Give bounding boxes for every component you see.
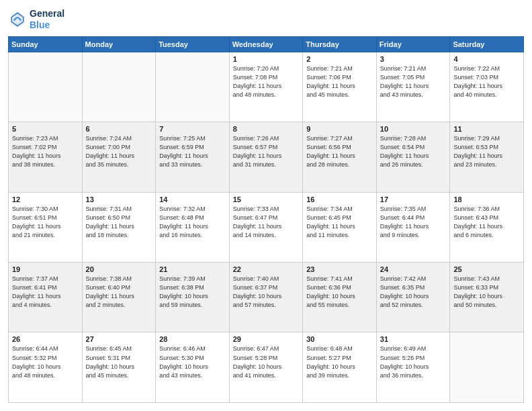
day-number: 28 — [159, 335, 226, 343]
calendar-cell — [9, 52, 83, 122]
day-number: 16 — [306, 195, 373, 203]
calendar-cell: 7Sunrise: 7:25 AM Sunset: 6:59 PM Daylig… — [156, 122, 230, 192]
calendar-cell: 19Sunrise: 7:37 AM Sunset: 6:41 PM Dayli… — [9, 263, 83, 332]
day-info: Sunrise: 7:24 AM Sunset: 7:00 PM Dayligh… — [86, 134, 152, 169]
calendar-week-row: 19Sunrise: 7:37 AM Sunset: 6:41 PM Dayli… — [9, 263, 524, 332]
day-number: 12 — [12, 195, 79, 203]
day-number: 2 — [306, 55, 373, 63]
day-info: Sunrise: 7:38 AM Sunset: 6:40 PM Dayligh… — [86, 275, 152, 310]
logo: General Blue — [8, 8, 64, 31]
day-info: Sunrise: 7:40 AM Sunset: 6:37 PM Dayligh… — [233, 275, 300, 310]
day-number: 7 — [159, 125, 226, 133]
calendar-cell: 12Sunrise: 7:30 AM Sunset: 6:51 PM Dayli… — [9, 192, 83, 262]
day-number: 22 — [233, 265, 300, 273]
day-number: 11 — [453, 125, 520, 133]
calendar-cell: 15Sunrise: 7:33 AM Sunset: 6:47 PM Dayli… — [229, 192, 303, 262]
weekday-header-row: SundayMondayTuesdayWednesdayThursdayFrid… — [9, 36, 524, 52]
weekday-header-wednesday: Wednesday — [229, 36, 303, 52]
day-number: 24 — [380, 265, 447, 273]
day-number: 1 — [233, 55, 300, 63]
day-number: 26 — [12, 335, 79, 343]
day-number: 21 — [159, 265, 226, 273]
day-number: 17 — [380, 195, 447, 203]
calendar-cell: 20Sunrise: 7:38 AM Sunset: 6:40 PM Dayli… — [82, 263, 156, 332]
calendar-table: SundayMondayTuesdayWednesdayThursdayFrid… — [8, 36, 524, 403]
calendar-cell — [156, 52, 230, 122]
day-number: 20 — [86, 265, 152, 273]
calendar-cell: 25Sunrise: 7:43 AM Sunset: 6:33 PM Dayli… — [450, 263, 524, 332]
day-info: Sunrise: 7:37 AM Sunset: 6:41 PM Dayligh… — [12, 275, 79, 310]
day-number: 29 — [233, 335, 300, 343]
day-info: Sunrise: 7:42 AM Sunset: 6:35 PM Dayligh… — [380, 275, 447, 310]
weekday-header-thursday: Thursday — [303, 36, 377, 52]
day-info: Sunrise: 7:33 AM Sunset: 6:47 PM Dayligh… — [233, 205, 300, 240]
calendar-cell: 26Sunrise: 6:44 AM Sunset: 5:32 PM Dayli… — [9, 332, 83, 403]
day-number: 31 — [380, 335, 447, 343]
day-number: 4 — [453, 55, 520, 63]
svg-marker-0 — [11, 11, 25, 28]
day-number: 18 — [453, 195, 520, 203]
day-info: Sunrise: 7:21 AM Sunset: 7:05 PM Dayligh… — [380, 64, 447, 99]
day-info: Sunrise: 7:20 AM Sunset: 7:08 PM Dayligh… — [233, 64, 300, 99]
calendar-cell: 17Sunrise: 7:35 AM Sunset: 6:44 PM Dayli… — [376, 192, 450, 262]
weekday-header-tuesday: Tuesday — [156, 36, 230, 52]
calendar-week-row: 5Sunrise: 7:23 AM Sunset: 7:02 PM Daylig… — [9, 122, 524, 192]
day-info: Sunrise: 7:39 AM Sunset: 6:38 PM Dayligh… — [159, 275, 226, 310]
calendar-cell: 1Sunrise: 7:20 AM Sunset: 7:08 PM Daylig… — [229, 52, 303, 122]
day-info: Sunrise: 6:44 AM Sunset: 5:32 PM Dayligh… — [12, 345, 79, 379]
day-number: 5 — [12, 125, 79, 133]
day-info: Sunrise: 7:32 AM Sunset: 6:48 PM Dayligh… — [159, 205, 226, 240]
header: General Blue — [8, 8, 524, 31]
day-info: Sunrise: 7:26 AM Sunset: 6:57 PM Dayligh… — [233, 134, 300, 169]
day-number: 10 — [380, 125, 447, 133]
calendar-cell: 4Sunrise: 7:22 AM Sunset: 7:03 PM Daylig… — [450, 52, 524, 122]
day-info: Sunrise: 7:28 AM Sunset: 6:54 PM Dayligh… — [380, 134, 447, 169]
calendar-cell: 29Sunrise: 6:47 AM Sunset: 5:28 PM Dayli… — [229, 332, 303, 403]
day-info: Sunrise: 7:34 AM Sunset: 6:45 PM Dayligh… — [306, 205, 373, 240]
day-info: Sunrise: 7:21 AM Sunset: 7:06 PM Dayligh… — [306, 64, 373, 99]
day-info: Sunrise: 7:22 AM Sunset: 7:03 PM Dayligh… — [453, 64, 520, 99]
calendar-cell: 31Sunrise: 6:49 AM Sunset: 5:26 PM Dayli… — [376, 332, 450, 403]
calendar-cell: 5Sunrise: 7:23 AM Sunset: 7:02 PM Daylig… — [9, 122, 83, 192]
day-info: Sunrise: 6:45 AM Sunset: 5:31 PM Dayligh… — [86, 345, 152, 379]
day-info: Sunrise: 7:27 AM Sunset: 6:56 PM Dayligh… — [306, 134, 373, 169]
day-info: Sunrise: 7:23 AM Sunset: 7:02 PM Dayligh… — [12, 134, 79, 169]
logo-icon — [8, 10, 27, 29]
day-info: Sunrise: 6:49 AM Sunset: 5:26 PM Dayligh… — [380, 345, 447, 379]
day-number: 30 — [306, 335, 373, 343]
day-info: Sunrise: 7:29 AM Sunset: 6:53 PM Dayligh… — [453, 134, 520, 169]
calendar-cell — [82, 52, 156, 122]
day-number: 27 — [86, 335, 152, 343]
calendar-cell: 13Sunrise: 7:31 AM Sunset: 6:50 PM Dayli… — [82, 192, 156, 262]
calendar-cell: 8Sunrise: 7:26 AM Sunset: 6:57 PM Daylig… — [229, 122, 303, 192]
calendar-cell: 2Sunrise: 7:21 AM Sunset: 7:06 PM Daylig… — [303, 52, 377, 122]
calendar-cell: 22Sunrise: 7:40 AM Sunset: 6:37 PM Dayli… — [229, 263, 303, 332]
calendar-cell: 11Sunrise: 7:29 AM Sunset: 6:53 PM Dayli… — [450, 122, 524, 192]
day-info: Sunrise: 7:25 AM Sunset: 6:59 PM Dayligh… — [159, 134, 226, 169]
weekday-header-monday: Monday — [82, 36, 156, 52]
page: General Blue SundayMondayTuesdayWednesda… — [0, 0, 532, 411]
calendar-cell: 14Sunrise: 7:32 AM Sunset: 6:48 PM Dayli… — [156, 192, 230, 262]
calendar-week-row: 12Sunrise: 7:30 AM Sunset: 6:51 PM Dayli… — [9, 192, 524, 262]
calendar-cell: 18Sunrise: 7:36 AM Sunset: 6:43 PM Dayli… — [450, 192, 524, 262]
calendar-cell: 21Sunrise: 7:39 AM Sunset: 6:38 PM Dayli… — [156, 263, 230, 332]
day-info: Sunrise: 7:41 AM Sunset: 6:36 PM Dayligh… — [306, 275, 373, 310]
calendar-cell: 28Sunrise: 6:46 AM Sunset: 5:30 PM Dayli… — [156, 332, 230, 403]
day-number: 6 — [86, 125, 152, 133]
day-info: Sunrise: 7:43 AM Sunset: 6:33 PM Dayligh… — [453, 275, 520, 310]
day-number: 9 — [306, 125, 373, 133]
day-number: 13 — [86, 195, 152, 203]
calendar-cell: 10Sunrise: 7:28 AM Sunset: 6:54 PM Dayli… — [376, 122, 450, 192]
calendar-cell — [450, 332, 524, 403]
day-info: Sunrise: 7:35 AM Sunset: 6:44 PM Dayligh… — [380, 205, 447, 240]
calendar-cell: 3Sunrise: 7:21 AM Sunset: 7:05 PM Daylig… — [376, 52, 450, 122]
day-info: Sunrise: 7:31 AM Sunset: 6:50 PM Dayligh… — [86, 205, 152, 240]
day-number: 19 — [12, 265, 79, 273]
day-info: Sunrise: 6:46 AM Sunset: 5:30 PM Dayligh… — [159, 345, 226, 379]
calendar-week-row: 1Sunrise: 7:20 AM Sunset: 7:08 PM Daylig… — [9, 52, 524, 122]
calendar-cell: 23Sunrise: 7:41 AM Sunset: 6:36 PM Dayli… — [303, 263, 377, 332]
weekday-header-sunday: Sunday — [9, 36, 83, 52]
day-number: 15 — [233, 195, 300, 203]
day-number: 8 — [233, 125, 300, 133]
logo-text: General Blue — [30, 8, 64, 31]
